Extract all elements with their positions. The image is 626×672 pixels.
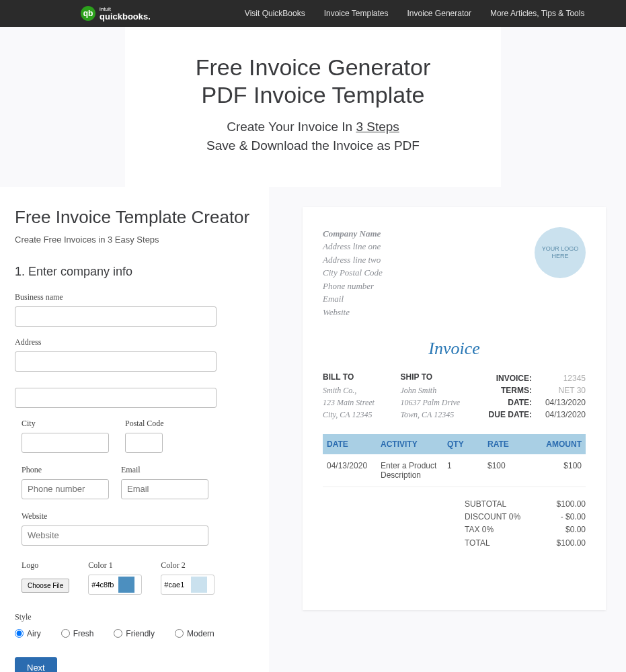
- website-input[interactable]: [22, 526, 208, 546]
- label-website: Website: [22, 511, 254, 521]
- meta-terms-k: TERMS:: [478, 384, 532, 396]
- invoice-title: Invoice: [323, 339, 586, 359]
- brand-logo[interactable]: qb intuit quickbooks.: [81, 6, 151, 21]
- main-content: Free Invoice Template Creator Create Fre…: [0, 187, 626, 672]
- hero-subtitle-2: Save & Download the Invoice as PDF: [13, 138, 613, 153]
- label-color1: Color 1: [88, 560, 142, 571]
- line-rate: $100: [487, 461, 535, 470]
- label-postal: Postal Code: [125, 419, 172, 429]
- col-amount: AMOUNT: [535, 439, 582, 449]
- qb-logo-icon: qb: [81, 6, 95, 21]
- meta-terms-v: NET 30: [532, 384, 586, 396]
- billto-label: BILL TO: [323, 372, 387, 382]
- style-fresh[interactable]: Fresh: [61, 629, 94, 638]
- phone-input[interactable]: [22, 479, 109, 499]
- shipto-label: SHIP TO: [401, 372, 465, 382]
- line-amount: $100: [535, 461, 582, 470]
- company-block: Company Name Address line one Address li…: [323, 227, 383, 319]
- color2-hex-input[interactable]: [161, 581, 191, 589]
- invoice-preview: Company Name Address line one Address li…: [303, 207, 606, 610]
- business-name-input[interactable]: [15, 306, 217, 327]
- brand-big: quickbooks.: [100, 11, 151, 22]
- style-radio-group: Airy Fresh Friendly Modern: [15, 629, 254, 638]
- company-email: Email: [323, 292, 383, 306]
- logo-placeholder: YOUR LOGO HERE: [535, 227, 586, 278]
- form-heading: Free Invoice Template Creator: [15, 207, 254, 228]
- tax-k: TAX 0%: [465, 523, 532, 536]
- col-date: DATE: [327, 439, 381, 449]
- line-items-header: DATE ACTIVITY QTY RATE AMOUNT: [323, 434, 586, 454]
- line-activity: Enter a Product Description: [381, 461, 447, 480]
- label-logo: Logo: [22, 560, 69, 571]
- line-item-row: 04/13/2020 Enter a Product Description 1…: [323, 454, 586, 487]
- line-date: 04/13/2020: [327, 461, 381, 470]
- choose-file-button[interactable]: Choose File: [22, 579, 69, 593]
- color1-hex-input[interactable]: [89, 581, 118, 589]
- color1-picker[interactable]: [88, 575, 142, 595]
- label-city: City: [22, 419, 109, 429]
- nav-invoice-templates[interactable]: Invoice Templates: [324, 9, 389, 18]
- style-airy[interactable]: Airy: [15, 629, 41, 638]
- form-subtitle: Create Free Invoices in 3 Easy Steps: [15, 235, 254, 245]
- bill-to-block: BILL TO Smith Co., 123 Main Street City,…: [323, 372, 387, 421]
- meta-invoice-k: INVOICE:: [478, 372, 532, 384]
- label-color2: Color 2: [161, 560, 214, 571]
- meta-due-v: 04/13/2020: [532, 409, 586, 421]
- step-title: 1. Enter company info: [15, 265, 254, 279]
- billto-addr: 123 Main Street City, CA 12345: [323, 396, 387, 421]
- label-business-name: Business name: [15, 292, 254, 302]
- color2-picker[interactable]: [161, 575, 214, 595]
- label-phone: Phone: [22, 465, 109, 475]
- invoice-meta-block: INVOICE:12345 TERMS:NET 30 DATE:04/13/20…: [478, 372, 586, 421]
- nav-invoice-generator[interactable]: Invoice Generator: [407, 9, 471, 18]
- color2-swatch[interactable]: [191, 577, 207, 593]
- address-line1-input[interactable]: [15, 351, 217, 372]
- city-input[interactable]: [22, 433, 109, 453]
- style-friendly[interactable]: Friendly: [114, 629, 155, 638]
- billto-name: Smith Co.,: [323, 384, 387, 396]
- company-city: City Postal Code: [323, 266, 383, 280]
- totals-block: SUBTOTAL$100.00 DISCOUNT 0%- $0.00 TAX 0…: [323, 498, 586, 550]
- total-v: $100.00: [532, 537, 586, 550]
- preview-panel: Company Name Address line one Address li…: [269, 187, 626, 672]
- hero-title: Free Invoice Generator PDF Invoice Templ…: [13, 54, 613, 109]
- label-email: Email: [121, 465, 208, 475]
- next-button[interactable]: Next: [15, 657, 57, 672]
- discount-v: - $0.00: [532, 511, 586, 523]
- col-activity: ACTIVITY: [381, 439, 447, 449]
- company-addr1: Address line one: [323, 240, 383, 253]
- top-nav-bar: qb intuit quickbooks. Visit QuickBooks I…: [0, 0, 626, 27]
- company-website: Website: [323, 306, 383, 319]
- line-qty: 1: [447, 461, 487, 470]
- discount-k: DISCOUNT 0%: [465, 511, 532, 523]
- tax-v: $0.00: [532, 523, 586, 536]
- col-rate: RATE: [487, 439, 535, 449]
- style-modern[interactable]: Modern: [175, 629, 214, 638]
- subtotal-k: SUBTOTAL: [465, 498, 532, 511]
- company-addr2: Address line two: [323, 253, 383, 267]
- nav-visit-quickbooks[interactable]: Visit QuickBooks: [245, 9, 305, 18]
- hero-section: Free Invoice Generator PDF Invoice Templ…: [0, 27, 626, 187]
- meta-date-v: 04/13/2020: [532, 396, 586, 409]
- company-name: Company Name: [323, 227, 383, 241]
- shipto-addr: 10637 Palm Drive Town, CA 12345: [401, 396, 465, 421]
- meta-date-k: DATE:: [478, 396, 532, 409]
- label-address: Address: [15, 337, 254, 347]
- hero-subtitle-1: Create Your Invoice In 3 Steps: [13, 120, 613, 134]
- postal-input[interactable]: [125, 433, 163, 453]
- color1-swatch[interactable]: [118, 577, 134, 593]
- col-qty: QTY: [447, 439, 487, 449]
- nav-more-articles[interactable]: More Articles, Tips & Tools: [490, 9, 585, 18]
- address-line2-input[interactable]: [15, 388, 217, 408]
- nav-links: Visit QuickBooks Invoice Templates Invoi…: [245, 9, 585, 18]
- ship-to-block: SHIP TO John Smith 10637 Palm Drive Town…: [401, 372, 465, 421]
- label-style: Style: [15, 612, 254, 622]
- company-phone: Phone number: [323, 280, 383, 293]
- meta-due-k: DUE DATE:: [478, 409, 532, 421]
- shipto-name: John Smith: [401, 384, 465, 396]
- total-k: TOTAL: [465, 537, 532, 550]
- form-panel: Free Invoice Template Creator Create Fre…: [0, 187, 269, 672]
- subtotal-v: $100.00: [532, 498, 586, 511]
- email-input[interactable]: [121, 479, 208, 499]
- meta-invoice-v: 12345: [532, 372, 586, 384]
